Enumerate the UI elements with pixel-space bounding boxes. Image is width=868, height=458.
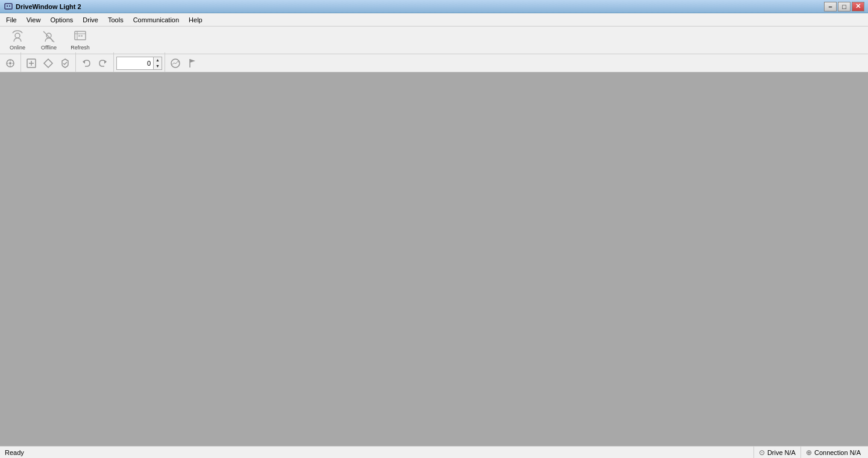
offline-icon [42,30,56,44]
svg-point-19 [171,59,180,67]
menu-communication[interactable]: Communication [128,15,184,25]
toolbar-main: Online Offline Refresh [0,27,868,54]
offline-label: Offline [41,45,57,51]
svg-point-3 [15,33,20,38]
menu-bar: File View Options Drive Tools Communicat… [0,13,868,27]
status-connection-panel: ⊕ Connection N/A [800,447,866,459]
status-right-panels: ⊙ Drive N/A ⊕ Connection N/A [753,447,866,459]
param-button[interactable] [40,56,56,71]
svg-marker-18 [104,60,107,64]
separator-4 [165,52,165,74]
svg-marker-17 [83,60,85,64]
value-input[interactable] [117,57,153,69]
online-icon [10,30,25,44]
spin-up[interactable]: ▲ [154,57,162,63]
main-content-area [0,72,868,446]
close-button[interactable]: ✕ [852,2,864,11]
connect-button[interactable] [2,56,18,71]
menu-options[interactable]: Options [45,15,78,25]
undo-button[interactable] [78,56,94,71]
scope-button[interactable] [168,56,183,71]
window-controls: – □ ✕ [824,2,864,11]
spin-down[interactable]: ▼ [154,63,162,69]
svg-marker-21 [190,59,195,63]
svg-point-12 [9,62,11,64]
svg-rect-9 [78,35,80,37]
online-label: Online [10,45,25,51]
separator-1 [20,52,21,74]
refresh-button[interactable]: Refresh [65,28,95,52]
menu-view[interactable]: View [22,15,46,25]
svg-rect-0 [5,4,12,9]
signal-button[interactable] [57,56,73,71]
online-button[interactable]: Online [2,28,33,52]
offline-button[interactable]: Offline [34,28,64,52]
maximize-button[interactable]: □ [838,2,851,11]
drive-icon: ⊙ [759,448,765,457]
app-icon [4,2,13,11]
value-input-group[interactable]: ▲ ▼ [116,57,162,70]
svg-marker-16 [44,59,52,67]
separator-2 [75,52,76,74]
redo-button[interactable] [95,56,111,71]
svg-rect-1 [7,5,8,7]
window-title: DriveWindow Light 2 [16,3,824,10]
status-ready-text: Ready [2,449,753,456]
status-connection-text: Connection N/A [814,449,861,456]
menu-drive[interactable]: Drive [78,15,103,25]
svg-rect-10 [81,35,83,37]
title-bar: DriveWindow Light 2 – □ ✕ [0,0,868,13]
status-bar: Ready ⊙ Drive N/A ⊕ Connection N/A [0,446,868,458]
svg-rect-2 [9,5,10,7]
menu-tools[interactable]: Tools [103,15,128,25]
connection-icon: ⊕ [806,448,812,457]
status-drive-text: Drive N/A [767,449,796,456]
refresh-icon [73,30,87,44]
add-button[interactable] [24,56,39,71]
value-spinner[interactable]: ▲ ▼ [153,57,162,69]
toolbar-secondary: ▲ ▼ [0,54,868,72]
minimize-button[interactable]: – [824,2,837,11]
menu-file[interactable]: File [1,15,22,25]
refresh-label: Refresh [71,45,90,51]
separator-3 [113,52,114,74]
menu-help[interactable]: Help [184,15,207,25]
status-drive-panel: ⊙ Drive N/A [753,447,800,459]
marker-button[interactable] [184,56,200,71]
